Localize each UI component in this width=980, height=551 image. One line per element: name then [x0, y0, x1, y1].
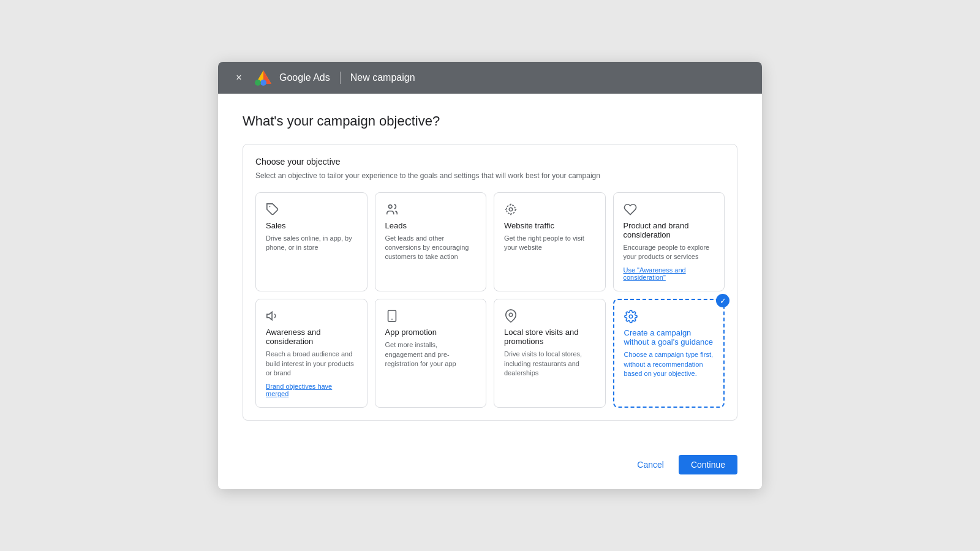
objective-card-no-goal[interactable]: ✓ Create a campaign without a goal's gui… — [613, 299, 725, 408]
gear-icon — [624, 310, 638, 323]
obj-title-traffic: Website traffic — [504, 221, 595, 230]
objectives-grid: Sales Drive sales online, in app, by pho… — [255, 192, 725, 408]
obj-desc-brand: Encourage people to explore your product… — [624, 243, 715, 262]
obj-desc-local: Drive visits to local stores, including … — [504, 350, 595, 378]
selected-checkmark: ✓ — [716, 294, 729, 307]
obj-desc-leads: Get leads and other conversions by encou… — [385, 234, 477, 262]
awareness-link[interactable]: Brand objectives have merged — [266, 383, 357, 397]
objective-card-leads[interactable]: Leads Get leads and other conversions by… — [375, 192, 487, 292]
pin-icon — [504, 309, 518, 323]
megaphone-icon — [266, 309, 279, 323]
heart-icon — [624, 203, 637, 216]
close-icon: × — [236, 72, 241, 83]
section-heading: Choose your objective — [255, 157, 725, 167]
obj-title-brand: Product and brand consideration — [624, 221, 715, 239]
obj-desc-traffic: Get the right people to visit your websi… — [504, 234, 595, 253]
obj-desc-sales: Drive sales online, in app, by phone, or… — [266, 234, 357, 253]
svg-point-6 — [509, 208, 513, 211]
close-button[interactable]: × — [230, 69, 247, 86]
tag-icon — [266, 203, 279, 216]
mobile-icon — [385, 309, 399, 323]
obj-title-local: Local store visits and promotions — [504, 328, 595, 346]
modal-body: What's your campaign objective? Choose y… — [218, 94, 762, 446]
obj-title-awareness: Awareness and consideration — [266, 328, 357, 346]
people-icon — [385, 203, 399, 216]
cancel-button[interactable]: Cancel — [630, 455, 671, 474]
objective-section: Choose your objective Select an objectiv… — [243, 144, 737, 421]
modal-footer: Cancel Continue — [218, 445, 762, 489]
obj-title-app: App promotion — [385, 328, 477, 337]
continue-button[interactable]: Continue — [679, 455, 737, 474]
google-ads-logo — [255, 69, 272, 86]
svg-point-7 — [507, 204, 516, 214]
svg-rect-13 — [388, 310, 396, 321]
objective-card-brand[interactable]: Product and brand consideration Encourag… — [613, 192, 725, 292]
obj-title-sales: Sales — [266, 221, 357, 230]
objective-card-sales[interactable]: Sales Drive sales online, in app, by pho… — [255, 192, 368, 292]
objective-card-app[interactable]: App promotion Get more installs, engagem… — [375, 299, 487, 408]
svg-point-3 — [255, 80, 261, 86]
svg-point-16 — [629, 315, 633, 319]
section-subtext: Select an objective to tailor your exper… — [255, 171, 725, 180]
page-heading: What's your campaign objective? — [243, 113, 737, 129]
objective-card-awareness[interactable]: Awareness and consideration Reach a broa… — [255, 299, 368, 408]
modal-header: × Google Ads New campaign — [218, 62, 762, 94]
obj-desc-no-goal: Choose a campaign type first, without a … — [624, 350, 714, 378]
svg-point-5 — [388, 204, 392, 208]
cursor-icon — [504, 203, 518, 216]
obj-desc-awareness: Reach a broad audience and build interes… — [266, 350, 357, 378]
brand-link[interactable]: Use "Awareness and consideration" — [624, 266, 715, 281]
header-divider — [340, 72, 341, 84]
obj-title-no-goal: Create a campaign without a goal's guida… — [624, 328, 714, 347]
objective-card-local[interactable]: Local store visits and promotions Drive … — [494, 299, 606, 408]
obj-desc-app: Get more installs, engagement and pre-re… — [385, 340, 477, 369]
page-title-header: New campaign — [350, 72, 415, 83]
campaign-modal: × Google Ads New campaign What's your ca… — [218, 62, 762, 490]
svg-marker-12 — [267, 312, 272, 320]
svg-point-15 — [509, 313, 513, 317]
obj-title-leads: Leads — [385, 221, 477, 230]
svg-point-2 — [260, 80, 266, 86]
objective-card-website-traffic[interactable]: Website traffic Get the right people to … — [494, 192, 606, 292]
app-name: Google Ads — [279, 72, 330, 83]
